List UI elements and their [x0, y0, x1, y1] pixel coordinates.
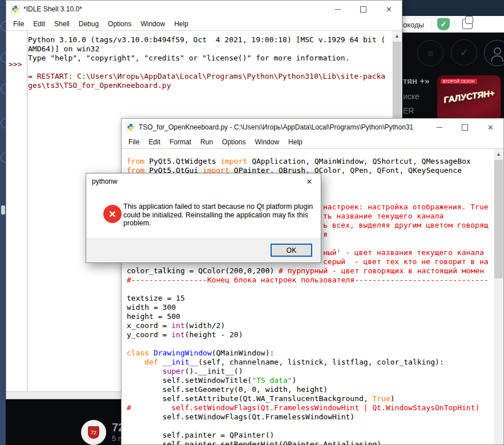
browser-side-panel — [0, 0, 6, 445]
code-line: #-----------------Конец блока настроек п… — [127, 276, 493, 285]
code-line — [127, 339, 493, 349]
brightness-icon[interactable]: ☼ — [417, 40, 443, 66]
code-line: self.setAttribute(Qt.WA_TranslucentBackg… — [127, 394, 493, 403]
scroll-up-icon[interactable]: ▲ — [392, 31, 402, 41]
editor-window: TSO_for_OpenKneeboard.py - C:\Users\Игор… — [121, 118, 504, 445]
editor-scrollbar-thumb[interactable] — [494, 160, 503, 278]
menubar-separator — [122, 148, 503, 149]
dialog-message: This application failed to start because… — [123, 203, 324, 228]
shell-window-title: *IDLE Shell 3.10.0* — [23, 5, 82, 13]
close-button[interactable]: ✕ — [478, 119, 503, 136]
channel-name: 72AG_Olega — [112, 421, 121, 434]
code-line: = RESTART: C:\Users\Игорь\AppData\Local\… — [28, 72, 392, 81]
poster-title: ГАЛУСТЯН+ — [438, 87, 499, 106]
menu-window[interactable]: Window — [136, 18, 170, 30]
code-line: Type "help", "copyright", "credits" or "… — [28, 54, 392, 63]
menu-format[interactable]: Format — [165, 136, 196, 148]
menu-shell[interactable]: Shell — [50, 18, 74, 30]
code-line: AMD64)] on win32 — [28, 44, 392, 54]
menu-options[interactable]: Options — [217, 136, 250, 148]
editor-menubar: File Edit Format Run Options Window Help — [122, 136, 503, 148]
minimize-icon — [437, 127, 442, 128]
menu-edit[interactable]: Edit — [144, 136, 165, 148]
minimize-icon — [335, 9, 341, 10]
close-icon: ✕ — [307, 177, 313, 186]
minimize-button[interactable] — [426, 119, 452, 136]
dialog-footer: OK — [86, 238, 321, 262]
menu-help[interactable]: Help — [284, 136, 307, 148]
code-line: self.setWindowTitle("TS data") — [127, 376, 493, 385]
page-text-line: тян +» — [403, 76, 429, 86]
channel-card[interactable]: 72 72AG_Olega 5 подписчиков — [6, 399, 121, 445]
code-line: self.painter = QPainter() — [127, 431, 493, 440]
code-line — [127, 422, 493, 431]
code-line: self.setWindowFlags(Qt.FramelessWindowHi… — [127, 412, 493, 422]
side-panel-pin[interactable] — [1, 205, 5, 215]
code-line: x_coord = int(width/2) — [127, 321, 493, 330]
dialog-titlebar[interactable]: pythonw — [86, 173, 321, 189]
extensions-icon[interactable] — [462, 19, 473, 29]
shell-prompt: >>> — [9, 60, 22, 68]
channel-avatar: 72 — [81, 420, 106, 445]
python-icon — [126, 123, 135, 132]
code-line: class DrawingWindow(QMainWindow): — [127, 349, 493, 358]
shell-menubar: File Edit Shell Debug Options Window Hel… — [6, 18, 402, 30]
shell-titlebar[interactable]: *IDLE Shell 3.10.0* ✕ — [6, 1, 402, 18]
maximize-button[interactable] — [452, 119, 478, 136]
address-bar-divider — [431, 21, 432, 29]
screen: окоды ⋮ ✓ ☼ ✓ тян +» иске ER ВТОРОЙ СЕЗО… — [0, 0, 504, 445]
python-icon — [11, 5, 20, 14]
adguard-shield-icon[interactable]: ✓ — [437, 18, 450, 30]
menu-window[interactable]: Window — [250, 136, 284, 148]
menu-file[interactable]: File — [124, 136, 144, 148]
close-icon: ✕ — [386, 5, 392, 14]
dialog-title: pythonw — [92, 177, 118, 185]
prompt-gutter-line — [27, 31, 27, 392]
code-line: def __init__(self, channelname, listnick… — [127, 358, 493, 367]
close-icon: ✕ — [487, 123, 494, 132]
maximize-icon — [462, 124, 468, 131]
code-line: self.painter.setRenderHint(QPainter.Anti… — [127, 440, 493, 445]
menu-file[interactable]: File — [9, 18, 29, 30]
editor-titlebar[interactable]: TSO_for_OpenKneeboard.py - C:\Users\Игор… — [122, 119, 503, 136]
scroll-up-icon[interactable]: ▲ — [494, 149, 503, 159]
error-dialog: pythonw ✕ ✕ This application failed to s… — [86, 173, 321, 263]
page-text-line: ER — [403, 106, 414, 115]
error-icon: ✕ — [103, 205, 122, 223]
menu-run[interactable]: Run — [196, 136, 217, 148]
code-line: # self.setWindowFlags(Qt.FramelessWindow… — [127, 403, 493, 412]
channel-subscribers: 5 подписчиков — [112, 434, 121, 443]
profile-head — [494, 47, 501, 55]
editor-window-title: TSO_for_OpenKneeboard.py - C:\Users\Игор… — [139, 123, 413, 131]
minimize-button[interactable] — [325, 1, 350, 18]
code-line: width = 300 — [127, 303, 493, 312]
shield-check-icon[interactable]: ✓ — [451, 39, 477, 66]
code-line: super().__init__() — [127, 367, 493, 376]
code-line: color_talking = QColor(200,0,200) # пурп… — [127, 266, 493, 276]
code-line: Python 3.10.0 (tags/v3.10.0:b494f59, Oct… — [28, 35, 392, 44]
poster-badge: ВТОРОЙ СЕЗОН — [441, 79, 477, 84]
code-line — [127, 285, 493, 294]
menu-help[interactable]: Help — [170, 18, 193, 30]
dialog-close-button[interactable]: ✕ — [298, 173, 321, 189]
shell-text-area[interactable]: Python 3.10.0 (tags/v3.10.0:b494f59, Oct… — [28, 35, 392, 90]
profile-body — [491, 55, 503, 62]
editor-scrollbar[interactable]: ▲ — [494, 149, 503, 444]
maximize-icon — [360, 6, 366, 13]
code-line: height = 500 — [127, 312, 493, 321]
close-button[interactable]: ✕ — [376, 1, 402, 18]
code-line: textsize = 15 — [127, 294, 493, 303]
menu-options[interactable]: Options — [103, 18, 136, 30]
code-line: from PyQt5.QtWidgets import QApplication… — [127, 157, 493, 166]
ok-button[interactable]: OK — [271, 244, 312, 257]
code-line: ges\ts3\TSO_for_OpenKneeboard.py — [28, 81, 392, 90]
code-line: self.setGeometry(0, 0, width, height) — [127, 385, 493, 394]
profile-icon[interactable] — [484, 40, 504, 66]
code-line: y_coord = int(height - 20) — [127, 330, 493, 339]
page-text-line: иске — [403, 92, 420, 101]
maximize-button[interactable] — [350, 1, 376, 18]
code-line — [28, 63, 392, 72]
menu-debug[interactable]: Debug — [74, 18, 103, 30]
channel-avatar-label: 72 — [88, 426, 99, 439]
menu-edit[interactable]: Edit — [29, 18, 50, 30]
